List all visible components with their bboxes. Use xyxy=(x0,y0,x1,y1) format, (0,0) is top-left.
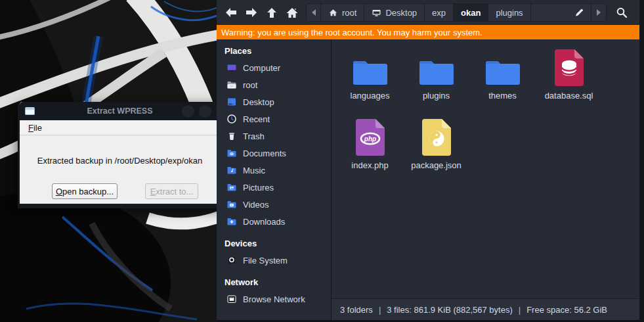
breadcrumb-item-desktop[interactable]: Desktop xyxy=(364,4,425,21)
up-icon xyxy=(266,7,278,19)
sidebar-item-browse-network[interactable]: Browse Network xyxy=(217,290,331,308)
breadcrumb-scroll-left[interactable] xyxy=(307,4,321,21)
file-item-plugins[interactable]: plugins xyxy=(403,46,469,116)
php-file-icon: php xyxy=(355,118,385,156)
sidebar-item-computer[interactable]: Computer xyxy=(217,59,331,76)
breadcrumb-item-exp[interactable]: exp xyxy=(425,4,454,21)
extract-window-content: Extracted backup in /root/Desktop/exp/ok… xyxy=(20,135,220,203)
home-icon xyxy=(328,8,338,18)
sidebar-item-documents[interactable]: Documents xyxy=(217,145,331,162)
sidebar-item-file-system[interactable]: File System xyxy=(217,252,331,269)
desktop-icon xyxy=(226,97,237,107)
breadcrumb-item-plugins[interactable]: plugins xyxy=(488,4,530,21)
videos-folder-icon xyxy=(226,199,237,210)
file-item-package-json[interactable]: package.json xyxy=(403,116,469,185)
file-view[interactable]: languages plugins themes database.sql xyxy=(332,39,639,298)
chevron-left-icon xyxy=(312,9,316,16)
svg-text:php: php xyxy=(363,135,376,143)
file-manager-window: root Desktop exp okan plugins xyxy=(217,0,644,322)
network-icon xyxy=(226,294,237,304)
extract-result-message: Extracted backup in /root/Desktop/exp/ok… xyxy=(20,156,220,166)
root-warning-banner: Warning: you are using the root account.… xyxy=(217,25,639,39)
file-manager-toolbar: root Desktop exp okan plugins xyxy=(217,0,639,25)
extract-window-menubar: File xyxy=(20,120,220,135)
status-separator: | xyxy=(519,305,521,315)
forward-button[interactable] xyxy=(241,3,261,22)
pictures-folder-icon xyxy=(226,182,237,193)
downloads-folder-icon xyxy=(226,216,237,227)
folder-icon xyxy=(418,58,455,87)
status-folders: 3 folders xyxy=(340,305,373,315)
home-icon xyxy=(286,7,299,19)
status-bar: 3 folders | 3 files: 861.9 KiB (882,567 … xyxy=(332,298,639,320)
sidebar-header-places: Places xyxy=(217,46,331,59)
file-item-index-php[interactable]: php index.php xyxy=(337,116,403,185)
sidebar-header-devices: Devices xyxy=(217,239,331,252)
breadcrumb-scroll-right[interactable] xyxy=(591,4,606,21)
music-folder-icon xyxy=(226,165,237,175)
status-separator: | xyxy=(379,305,381,315)
sidebar-header-network: Network xyxy=(217,277,331,290)
extract-to-button: Extract to... xyxy=(145,183,198,199)
breadcrumb-edit-segment[interactable] xyxy=(531,4,591,21)
breadcrumb: root Desktop exp okan plugins xyxy=(306,3,607,22)
sidebar-item-desktop[interactable]: Desktop xyxy=(217,93,331,110)
folder-icon xyxy=(484,58,521,87)
open-backup-button[interactable]: Open backup... xyxy=(52,183,118,199)
up-button[interactable] xyxy=(261,3,282,22)
search-icon xyxy=(616,7,628,18)
sql-file-icon xyxy=(554,49,584,87)
window-button-1[interactable] xyxy=(182,105,194,118)
documents-folder-icon xyxy=(226,148,237,158)
home-button[interactable] xyxy=(282,3,302,22)
drive-icon xyxy=(226,255,237,265)
search-button[interactable] xyxy=(612,3,632,22)
extract-window-titlebar[interactable]: Extract WPRESS xyxy=(20,102,220,120)
json-file-icon xyxy=(421,118,452,156)
sidebar-item-recent[interactable]: Recent xyxy=(217,110,331,127)
sidebar-item-downloads[interactable]: Downloads xyxy=(217,213,331,230)
computer-icon xyxy=(226,62,237,73)
breadcrumb-item-okan[interactable]: okan xyxy=(454,4,488,21)
extract-wpress-window: Extract WPRESS File Extracted backup in … xyxy=(18,102,222,208)
sidebar-item-root[interactable]: root xyxy=(217,76,331,93)
back-icon xyxy=(225,7,238,18)
folder-icon xyxy=(352,58,389,87)
status-files: 3 files: 861.9 KiB (882,567 bytes) xyxy=(387,305,513,315)
chevron-right-icon xyxy=(597,9,601,16)
sidebar-item-videos[interactable]: Videos xyxy=(217,196,331,213)
file-item-languages[interactable]: languages xyxy=(337,46,403,116)
breadcrumb-item-root[interactable]: root xyxy=(321,4,364,21)
sidebar-item-music[interactable]: Music xyxy=(217,162,331,179)
window-button-2[interactable] xyxy=(199,105,211,118)
trash-icon xyxy=(226,131,237,141)
sidebar-item-pictures[interactable]: Pictures xyxy=(217,179,331,196)
places-sidebar: Places Computer root Desktop Recent xyxy=(217,39,332,320)
forward-icon xyxy=(245,7,258,18)
sidebar-item-trash[interactable]: Trash xyxy=(217,127,331,145)
desktop-screen: Extract WPRESS File Extracted backup in … xyxy=(0,0,644,322)
status-free-space: Free space: 56.2 GiB xyxy=(526,305,607,315)
back-button[interactable] xyxy=(221,3,241,22)
file-item-themes[interactable]: themes xyxy=(469,46,536,116)
edit-path-pencil-icon xyxy=(574,7,584,18)
home-folder-icon xyxy=(226,80,237,90)
file-menu[interactable]: File xyxy=(20,123,47,133)
file-item-database-sql[interactable]: database.sql xyxy=(536,46,602,116)
desktop-icon xyxy=(372,8,381,18)
clock-icon xyxy=(226,114,237,124)
